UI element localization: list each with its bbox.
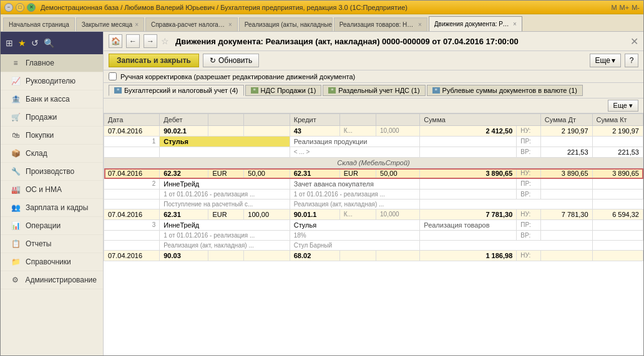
sidebar-item-reports[interactable]: 📋 Отчеты (1, 235, 103, 253)
col-date: Дата (104, 114, 160, 126)
cell-kt-221: 221,53 (592, 147, 643, 158)
sidebar-item-operations[interactable]: 📊 Операции (1, 217, 103, 235)
table-header-row: Дата Дебет Кредит Сумма Сумма Дт Сумма К… (104, 114, 643, 126)
table-row[interactable]: Поступление на расчетный с... Реализация… (104, 200, 643, 209)
tab-home[interactable]: Начальная страница (3, 17, 75, 31)
sub-tab-ruble-amounts[interactable]: ≡ Рублевые суммы документов в валюте (1) (427, 85, 583, 96)
tab-sales-acts[interactable]: Реализация (акты, накладные) × (239, 17, 333, 31)
table-row[interactable]: 07.04.2016 62.31 EUR 100,00 90.01.1 К...… (104, 209, 643, 220)
sidebar-item-admin[interactable]: ⚙ Администрирование (1, 271, 103, 289)
bookmark-icon[interactable]: ☆ (161, 36, 169, 46)
cell-kredit: 68.02 (290, 251, 339, 261)
cell-item: Стул Барный (290, 241, 420, 251)
close-document-icon[interactable]: ✕ (630, 36, 638, 47)
cell-desc: Реализация продукции (290, 137, 420, 147)
help-button[interactable]: ? (625, 54, 638, 67)
cell-empty2 (540, 220, 592, 231)
sub-tab-vat-split[interactable]: ≡ Раздельный учет НДС (1) (323, 85, 425, 96)
more-button[interactable]: Еще ▾ (590, 54, 621, 67)
table-row[interactable]: < ... > ВР: 221,53 221,53 (104, 147, 643, 158)
minimize-button[interactable]: − (4, 3, 13, 12)
cell-debet2 (208, 251, 244, 261)
cell-summa-kt: 3 890,65 (592, 168, 643, 179)
table-row[interactable]: Реализация (акт, накладная) ... Стул Бар… (104, 241, 643, 251)
tab-close-icon[interactable]: × (135, 21, 139, 28)
cell-label: НУ: (517, 168, 541, 179)
save-close-button[interactable]: Записать и закрыть (109, 54, 199, 67)
cell-desc: Зачет аванса покупателя (290, 179, 420, 190)
sidebar: ⊞ ★ ↺ 🔍 ≡ Главное 📈 Руководителю 🏦 Банк … (1, 32, 104, 355)
cell-kredit3 (376, 251, 420, 261)
cell-kredit2: К... (339, 209, 376, 220)
cell-kredit: 90.01.1 (290, 209, 339, 220)
ruble-amounts-icon: ≡ (432, 87, 440, 94)
tab-bar: Начальная страница Закрытие месяца × Спр… (1, 14, 643, 32)
sidebar-item-purchases[interactable]: 🛍 Покупки (1, 127, 103, 145)
window-title: Демонстрационная база / Любимов Валерий … (41, 4, 611, 11)
tab-close-month[interactable]: Закрытие месяца × (76, 17, 144, 31)
sidebar-item-os-nma[interactable]: 🏭 ОС и НМА (1, 181, 103, 199)
action-bar: Записать и закрыть ↻ Обновить Еще ▾ ? (104, 51, 643, 70)
table-container[interactable]: Дата Дебет Кредит Сумма Сумма Дт Сумма К… (104, 113, 643, 355)
back-button[interactable]: ← (126, 34, 140, 48)
update-button[interactable]: ↻ Обновить (203, 54, 259, 67)
cell-label-vr: ВР: (517, 147, 541, 158)
sub-tab-accounting[interactable]: ≡ Бухгалтерский и налоговый учет (4) (109, 85, 244, 96)
table-row[interactable]: 07.04.2016 90.02.1 43 К... 10,000 2 412,… (104, 126, 643, 137)
forward-button[interactable]: → (144, 34, 157, 48)
tab-close-active-icon[interactable]: × (513, 21, 517, 27)
table-row[interactable]: 1 от 01.01.2016 - реализация ... 18% ВР: (104, 231, 643, 241)
cell-empty (104, 147, 160, 158)
sidebar-item-references[interactable]: 📁 Справочники (1, 253, 103, 271)
restore-button[interactable]: □ (16, 3, 24, 12)
cell-date: 07.04.2016 (104, 251, 160, 261)
table-row[interactable]: 1 от 01.01.2016 - реализация ... 1 от 01… (104, 190, 643, 200)
manual-correction-checkbox[interactable] (109, 72, 117, 80)
cell-empty4 (592, 231, 643, 241)
tab-close-icon[interactable]: × (418, 21, 422, 28)
sidebar-item-manager[interactable]: 📈 Руководителю (1, 72, 103, 90)
sidebar-item-sales[interactable]: 🛒 Продажи (1, 108, 103, 127)
home-nav-button[interactable]: 🏠 (109, 34, 122, 48)
table-more-button[interactable]: Еще ▾ (608, 100, 638, 112)
vat-split-icon: ≡ (328, 87, 336, 94)
sidebar-item-production[interactable]: 🔧 Производство (1, 163, 103, 181)
cell-ref1: 1 от 01.01.2016 - реализация ... (160, 231, 290, 241)
star-icon[interactable]: ★ (18, 38, 26, 48)
tab-close-icon[interactable]: × (228, 21, 232, 28)
purchases-icon: 🛍 (11, 130, 21, 140)
grid-icon[interactable]: ⊞ (6, 38, 13, 48)
cell-num: 3 (104, 220, 160, 231)
cell-label: НУ: (517, 209, 541, 220)
cell-kt-empty (592, 137, 643, 147)
title-bar: − □ ✕ Демонстрационная база / Любимов Ва… (1, 1, 643, 14)
sidebar-item-bank-cash[interactable]: 🏦 Банк и касса (1, 90, 103, 108)
sidebar-item-main[interactable]: ≡ Главное (1, 54, 103, 72)
cell-empty (104, 241, 160, 251)
cell-yellow: Стулья (160, 137, 290, 147)
tab-doc-movements[interactable]: Движения документа: Реализация (акт, нак… (429, 16, 522, 31)
table-row[interactable]: 2 ИннеТрейд Зачет аванса покупателя ПР: (104, 179, 643, 190)
cell-kredit2: EUR (339, 168, 376, 179)
os-icon: 🏭 (11, 185, 21, 195)
tab-goods-invoice[interactable]: Реализация товаров: Накладная 0000-00000… (334, 17, 427, 31)
search-icon[interactable]: 🔍 (44, 38, 54, 48)
table-row[interactable]: 3 ИннеТрейд Стулья Реализация товаров ПР… (104, 220, 643, 231)
history-icon[interactable]: ↺ (31, 38, 39, 48)
title-m2: M+ (620, 4, 630, 11)
table-row[interactable]: 1 Стулья Реализация продукции ПР: (104, 137, 643, 147)
sub-tab-vat-sales[interactable]: ≡ НДС Продажи (1) (245, 85, 322, 96)
sidebar-item-warehouse[interactable]: 📦 Склад (1, 145, 103, 163)
cell-date: 07.04.2016 (104, 168, 160, 179)
checkbox-row: Ручная корректировка (разрешает редактир… (104, 70, 643, 83)
cell-org: ИннеТрейд (160, 220, 290, 231)
cell-pct: 18% (290, 231, 420, 241)
table-row-highlighted[interactable]: 07.04.2016 62.32 EUR 50,00 62.31 EUR 50,… (104, 168, 643, 179)
close-button[interactable]: ✕ (27, 3, 36, 12)
window-controls[interactable]: − □ ✕ (4, 3, 36, 12)
table-row[interactable]: 07.04.2016 90.03 68.02 1 186,98 НУ: (104, 251, 643, 261)
tab-tax-calc[interactable]: Справка-расчет налога на прибыль за Апре… (145, 17, 238, 31)
sidebar-item-salary[interactable]: 👥 Зарплата и кадры (1, 199, 103, 217)
title-actions: M M+ M- (611, 4, 640, 11)
cell-debet3 (244, 126, 290, 137)
